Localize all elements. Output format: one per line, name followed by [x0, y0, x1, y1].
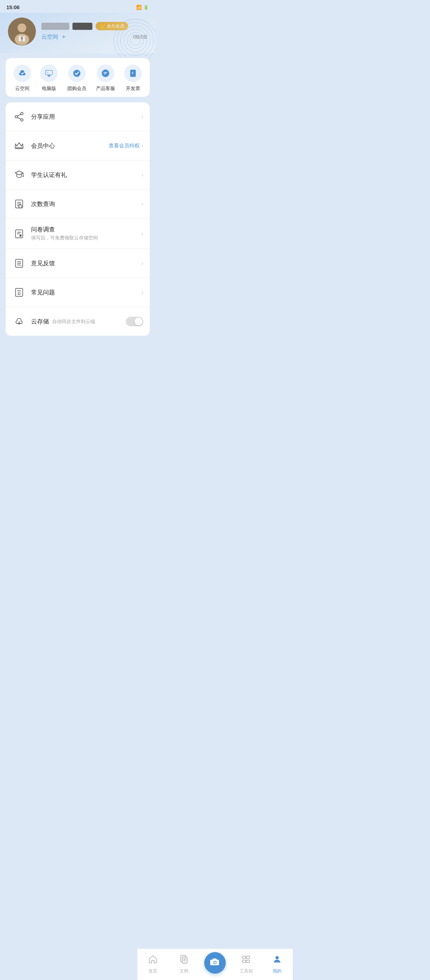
menu-item-count[interactable]: ? 次数查询 ›: [6, 190, 150, 219]
svg-point-5: [131, 36, 140, 45]
svg-text:¥: ¥: [132, 72, 133, 74]
menu-feedback-title: 意见反馈: [31, 260, 141, 267]
svg-text:?: ?: [20, 205, 21, 208]
chevron-icon: ›: [141, 142, 143, 149]
bg-decoration: [111, 17, 155, 57]
menu-card: 分享应用 › 会员中心 查看会员特权 ›: [6, 102, 150, 336]
quick-action-groupbuy-label: 团购会员: [67, 85, 86, 92]
menu-survey-subtitle: 填写后，可免费领取云存储空间: [31, 235, 141, 241]
username-bar2: [72, 23, 92, 30]
svg-text:≡: ≡: [47, 71, 49, 74]
svg-rect-15: [47, 75, 51, 76]
service-icon: [97, 65, 114, 82]
cloud-space-label[interactable]: 云空间 ＋: [41, 33, 67, 41]
menu-item-vip[interactable]: 会员中心 查看会员特权 ›: [6, 131, 150, 161]
faq-icon: i: [12, 285, 26, 300]
cloud-storage-toggle[interactable]: [126, 317, 143, 326]
chevron-icon: ›: [141, 171, 143, 178]
count-icon: ?: [12, 197, 26, 211]
chevron-icon: ›: [141, 230, 143, 237]
chevron-icon: ›: [141, 113, 143, 120]
menu-faq-title: 常见问题: [31, 289, 141, 296]
groupbuy-icon: [68, 65, 86, 82]
quick-action-desktop[interactable]: ≡ 电脑版: [40, 65, 58, 92]
vip-link-text: 查看会员特权: [109, 142, 140, 149]
cloudstorage-icon: [12, 314, 26, 329]
svg-point-33: [23, 176, 24, 177]
share-icon: [12, 110, 26, 124]
quick-actions-card: 云空间 ≡ 电脑版: [6, 58, 150, 97]
menu-share-title: 分享应用: [31, 113, 141, 121]
svg-line-30: [18, 118, 21, 120]
status-time: 15:06: [6, 4, 20, 10]
svg-text:i: i: [18, 292, 19, 295]
menu-item-student[interactable]: 学生认证有礼 ›: [6, 161, 150, 190]
menu-vip-title: 会员中心: [31, 142, 109, 150]
chevron-icon: ›: [141, 200, 143, 208]
quick-action-groupbuy[interactable]: 团购会员: [67, 65, 86, 92]
quick-action-invoice[interactable]: ¥ 开发票: [124, 65, 142, 92]
add-cloud-icon[interactable]: ＋: [61, 33, 67, 41]
menu-cloudstorage-title: 云存储: [31, 318, 49, 325]
survey-icon: [12, 227, 26, 241]
feedback-icon: [12, 256, 26, 270]
toggle-knob: [135, 318, 143, 325]
quick-action-service[interactable]: 产品客服: [96, 65, 115, 92]
profile-section: 👑 永久会员 云空间 ＋ 0B/0B: [0, 13, 155, 53]
svg-line-29: [18, 114, 21, 116]
avatar[interactable]: [8, 18, 36, 45]
svg-point-28: [21, 119, 23, 121]
vip-icon: [12, 139, 26, 153]
svg-point-7: [18, 24, 26, 32]
svg-point-27: [15, 116, 18, 118]
quick-action-desktop-label: 电脑版: [42, 85, 56, 92]
menu-count-title: 次数查询: [31, 200, 141, 208]
svg-point-2: [121, 26, 150, 55]
menu-cloudstorage-subtitle: 自动同步文件到云端: [52, 318, 95, 325]
menu-survey-title: 问卷调查: [31, 226, 141, 233]
svg-rect-16: [48, 76, 50, 76]
svg-point-26: [21, 112, 23, 115]
menu-item-survey[interactable]: 问卷调查 填写后，可免费领取云存储空间 ›: [6, 219, 150, 249]
quick-action-service-label: 产品客服: [96, 85, 115, 92]
menu-item-share[interactable]: 分享应用 ›: [6, 102, 150, 131]
menu-student-title: 学生认证有礼: [31, 171, 141, 179]
desktop-icon: ≡: [40, 65, 58, 82]
menu-item-feedback[interactable]: 意见反馈 ›: [6, 249, 150, 278]
quick-action-cloud-label: 云空间: [15, 85, 29, 92]
svg-point-1: [117, 22, 153, 57]
student-icon: [12, 168, 26, 182]
status-icons: 📶 🔋: [136, 5, 149, 10]
status-bar: 15:06 📶 🔋: [0, 0, 155, 13]
menu-item-faq[interactable]: i 常见问题 ›: [6, 278, 150, 307]
chevron-icon: ›: [141, 260, 143, 267]
svg-point-4: [127, 33, 144, 49]
svg-point-19: [73, 70, 80, 77]
chevron-icon: ›: [141, 289, 143, 296]
invoice-icon: ¥: [124, 65, 142, 82]
cloud-icon: [14, 65, 31, 82]
quick-action-invoice-label: 开发票: [126, 85, 140, 92]
menu-item-cloudstorage[interactable]: 云存储 自动同步文件到云端: [6, 307, 150, 336]
username-bar1: [41, 23, 69, 30]
quick-action-cloud[interactable]: 云空间: [14, 65, 31, 92]
quick-actions-grid: 云空间 ≡ 电脑版: [9, 65, 147, 92]
